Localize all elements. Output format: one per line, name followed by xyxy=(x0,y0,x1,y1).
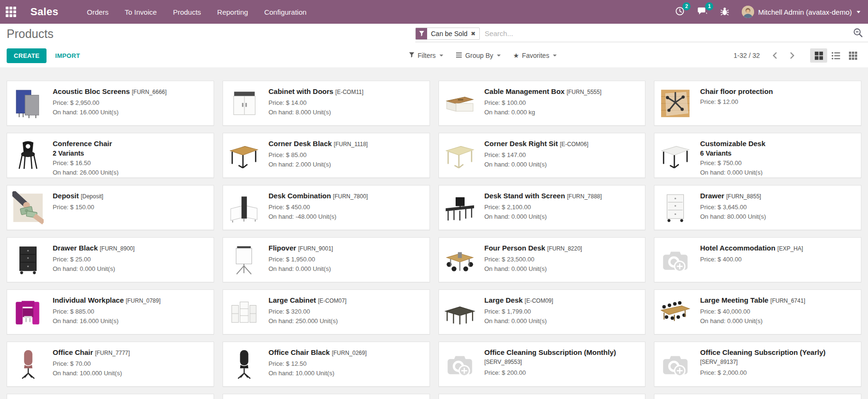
product-name[interactable]: Large Meeting Table [FURN_6741] xyxy=(700,296,805,306)
list-view-button[interactable] xyxy=(827,48,844,63)
product-name[interactable]: Chair floor protection xyxy=(700,87,773,96)
product-name[interactable]: Office Cleaning Subscription (Monthly) [… xyxy=(485,348,640,367)
product-name[interactable]: Office Chair [FURN_7777] xyxy=(53,348,130,358)
product-price: Price: $ 885.00 xyxy=(53,308,160,315)
product-card[interactable]: Office Cleaning Subscription (Yearly) [S… xyxy=(654,342,861,387)
product-card[interactable]: Office Chair [FURN_7777] Price: $ 70.00 … xyxy=(7,342,214,387)
product-card[interactable]: Large Cabinet [E-COM07] Price: $ 320.00 … xyxy=(223,289,430,334)
menu-configuration[interactable]: Configuration xyxy=(264,5,307,19)
group-by-dropdown[interactable]: Group By xyxy=(456,52,501,59)
search-input[interactable] xyxy=(485,29,849,37)
product-card[interactable]: Office Chair Black [FURN_0269] Price: $ … xyxy=(223,342,430,387)
product-price: Price: $ 400.00 xyxy=(700,256,803,263)
product-variants: 6 Variants xyxy=(700,149,765,157)
product-on-hand: On hand: 0.000 Unit(s) xyxy=(53,265,135,272)
product-name[interactable]: Conference Chair xyxy=(53,139,119,148)
product-on-hand: On hand: 10.000 Unit(s) xyxy=(269,370,367,377)
product-name[interactable]: Office Cleaning Subscription (Yearly) [S… xyxy=(700,348,855,367)
product-card[interactable]: Office Cleaning Subscription (Monthly) [… xyxy=(439,342,646,387)
product-card[interactable]: Desk Combination [FURN_7800] Price: $ 45… xyxy=(223,185,430,230)
menu-to-invoice[interactable]: To Invoice xyxy=(125,5,157,19)
menu-reporting[interactable]: Reporting xyxy=(217,5,248,19)
product-on-hand: On hand: 0.000 Unit(s) xyxy=(485,317,553,325)
pager-previous-button[interactable] xyxy=(768,51,781,60)
product-card[interactable]: Cabinet with Doors [E-COM11] Price: $ 14… xyxy=(223,81,430,126)
pager-next-button[interactable] xyxy=(786,51,799,60)
product-name[interactable]: Customizable Desk xyxy=(700,139,765,148)
product-image xyxy=(225,135,263,176)
product-card[interactable]: Customizable Desk 6 Variants Price: $ 75… xyxy=(654,133,861,178)
product-name[interactable]: Large Cabinet [E-COM07] xyxy=(269,296,346,306)
messages-button[interactable]: 1 xyxy=(697,6,708,18)
page-title: Products xyxy=(7,27,54,41)
top-nav: Sales Orders To Invoice Products Reporti… xyxy=(0,0,868,24)
menu-orders[interactable]: Orders xyxy=(87,5,109,19)
product-card[interactable]: Individual Workplace [FURN_0789] Price: … xyxy=(7,289,214,334)
product-name[interactable]: Desk Combination [FURN_7800] xyxy=(269,191,368,201)
product-name[interactable]: Large Desk [E-COM09] xyxy=(485,296,553,306)
product-card[interactable]: Large Desk [E-COM09] Price: $ 1,799.00 O… xyxy=(439,289,646,334)
product-card[interactable]: Conference Chair 2 Variants Price: $ 16.… xyxy=(7,133,214,178)
product-card[interactable]: Drawer Black [FURN_8900] Price: $ 25.00 … xyxy=(7,237,214,282)
product-code: [FURN_9001] xyxy=(298,245,333,252)
app-brand[interactable]: Sales xyxy=(30,6,58,18)
product-card[interactable]: Large Meeting Table [FURN_6741] Price: $… xyxy=(654,289,861,334)
product-name[interactable]: Cable Management Box [FURN_5555] xyxy=(485,87,602,97)
debug-button[interactable] xyxy=(720,6,729,18)
product-price: Price: $ 147.00 xyxy=(485,151,588,158)
product-name[interactable]: Drawer [FURN_8855] xyxy=(700,191,766,201)
product-on-hand: On hand: 0.000 Unit(s) xyxy=(485,213,602,220)
product-image xyxy=(9,344,47,384)
product-card[interactable]: Desk Stand with Screen [FURN_7888] Price… xyxy=(439,185,646,230)
search-magnifier-icon[interactable] xyxy=(853,28,863,40)
product-name[interactable]: Flipover [FURN_9001] xyxy=(269,243,333,253)
favorites-dropdown[interactable]: ★ Favorites xyxy=(513,52,557,59)
filters-dropdown[interactable]: Filters xyxy=(409,52,443,59)
product-price: Price: $ 2,950.00 xyxy=(53,99,167,106)
funnel-icon xyxy=(409,52,415,59)
product-name[interactable]: Drawer Black [FURN_8900] xyxy=(53,243,135,253)
product-card[interactable]: Corner Desk Right Sit [E-COM06] Price: $… xyxy=(439,133,646,178)
product-card-partial[interactable] xyxy=(654,394,861,399)
facet-remove-icon[interactable]: ✖ xyxy=(471,31,476,37)
apps-grid-icon[interactable] xyxy=(6,7,16,17)
product-card[interactable]: Corner Desk Black [FURN_1118] Price: $ 8… xyxy=(223,133,430,178)
product-name[interactable]: Individual Workplace [FURN_0789] xyxy=(53,296,160,306)
product-name[interactable]: Hotel Accommodation [EXP_HA] xyxy=(700,243,803,253)
product-name[interactable]: Desk Stand with Screen [FURN_7888] xyxy=(485,191,602,201)
import-button[interactable]: IMPORT xyxy=(55,52,80,59)
user-name: Mitchell Admin (avatax-demo) xyxy=(758,8,852,16)
menu-products[interactable]: Products xyxy=(173,5,201,19)
product-image xyxy=(9,135,47,176)
product-card[interactable]: Drawer [FURN_8855] Price: $ 3,645.00 On … xyxy=(654,185,861,230)
activities-button[interactable]: 2 xyxy=(675,6,685,18)
product-name[interactable]: Cabinet with Doors [E-COM11] xyxy=(269,87,364,97)
product-name[interactable]: Corner Desk Right Sit [E-COM06] xyxy=(485,139,588,149)
product-image xyxy=(656,240,694,280)
product-card[interactable]: Cable Management Box [FURN_5555] Price: … xyxy=(439,81,646,126)
product-card[interactable]: Hotel Accommodation [EXP_HA] Price: $ 40… xyxy=(654,237,861,282)
product-on-hand: On hand: 100.000 Unit(s) xyxy=(53,370,130,377)
product-card[interactable]: Four Person Desk [FURN_8220] Price: $ 23… xyxy=(439,237,646,282)
product-name[interactable]: Deposit [Deposit] xyxy=(53,191,103,201)
filter-facet-icon xyxy=(416,28,427,39)
product-name[interactable]: Office Chair Black [FURN_0269] xyxy=(269,348,367,358)
user-menu[interactable]: Mitchell Admin (avatax-demo) xyxy=(742,6,860,18)
product-name[interactable]: Four Person Desk [FURN_8220] xyxy=(485,243,582,253)
product-code: [FURN_1118] xyxy=(334,141,368,148)
product-image xyxy=(656,292,694,332)
product-card-partial[interactable] xyxy=(223,394,430,399)
product-card-partial[interactable] xyxy=(7,394,214,399)
product-card[interactable]: Chair floor protection Price: $ 12.00 xyxy=(654,81,861,126)
product-card[interactable]: Flipover [FURN_9001] Price: $ 1,950.00 O… xyxy=(223,237,430,282)
product-name[interactable]: Corner Desk Black [FURN_1118] xyxy=(269,139,368,149)
product-card-partial[interactable] xyxy=(439,394,646,399)
product-code: [EXP_HA] xyxy=(777,245,803,252)
product-grid: Acoustic Bloc Screens [FURN_6666] Price:… xyxy=(7,81,861,399)
product-card[interactable]: Deposit [Deposit] Price: $ 150.00 xyxy=(7,185,214,230)
grid-view-button[interactable] xyxy=(844,48,861,63)
kanban-view-button[interactable] xyxy=(810,48,827,63)
create-button[interactable]: CREATE xyxy=(7,48,47,63)
product-name[interactable]: Acoustic Bloc Screens [FURN_6666] xyxy=(53,87,167,97)
product-card[interactable]: Acoustic Bloc Screens [FURN_6666] Price:… xyxy=(7,81,214,126)
